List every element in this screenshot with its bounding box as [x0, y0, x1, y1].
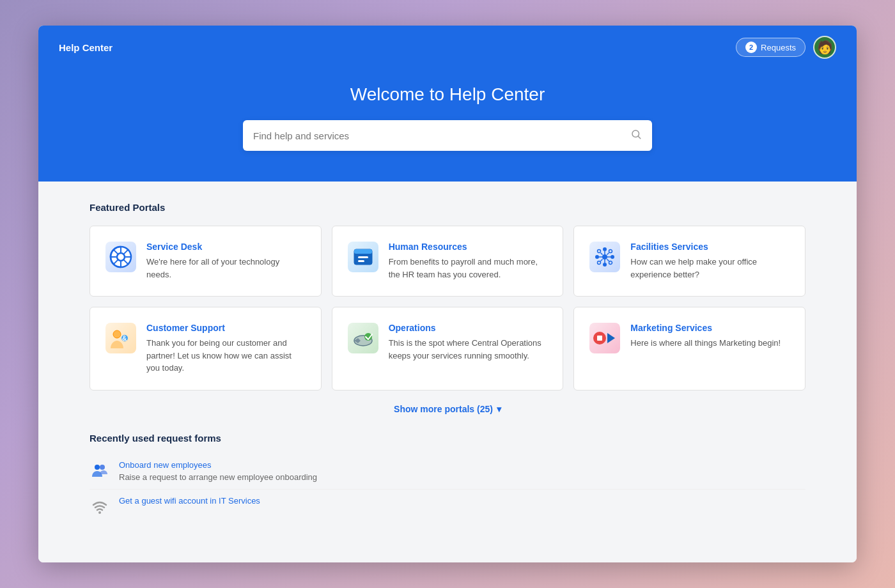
portals-grid: Service Desk We're here for all of your …: [90, 226, 805, 391]
svg-point-17: [603, 247, 607, 251]
svg-rect-15: [358, 260, 364, 262]
requests-button[interactable]: 2 Requests: [736, 38, 805, 57]
hero-content: Welcome to Help Center: [38, 69, 857, 182]
requests-count-badge: 2: [745, 42, 757, 53]
svg-point-16: [602, 254, 607, 259]
portal-card-service-desk[interactable]: Service Desk We're here for all of your …: [90, 226, 322, 297]
main-content: Featured Portals: [38, 182, 857, 562]
facilities-name: Facilities Services: [630, 242, 790, 252]
marketing-name: Marketing Services: [630, 323, 781, 333]
portal-card-human-resources[interactable]: Human Resources From benefits to payroll…: [332, 226, 564, 297]
show-more-chevron-icon: ▾: [497, 404, 501, 414]
svg-point-27: [598, 261, 601, 265]
app-window: Help Center 2 Requests 🧑 Welcome to Help…: [38, 26, 857, 562]
svg-point-20: [611, 255, 614, 259]
portals-section-title: Featured Portals: [90, 202, 805, 213]
service-desk-desc: We're here for all of your technology ne…: [146, 256, 306, 281]
marketing-desc: Here is where all things Marketing begin…: [630, 337, 781, 350]
search-input[interactable]: [253, 130, 630, 141]
avatar-icon: 🧑: [817, 41, 833, 54]
svg-point-18: [603, 263, 607, 267]
facilities-desc: How can we help make your office experie…: [630, 256, 790, 281]
operations-info: Operations This is the spot where Centra…: [389, 323, 548, 362]
svg-point-26: [609, 250, 612, 253]
svg-line-31: [601, 259, 603, 261]
onboard-desc: Raise a request to arrange new employee …: [119, 472, 317, 482]
svg-rect-13: [354, 249, 372, 254]
hr-info: Human Resources From benefits to payroll…: [389, 242, 548, 281]
facilities-icon: [589, 242, 620, 272]
hr-icon: [348, 242, 378, 272]
svg-line-30: [607, 253, 609, 255]
show-more-label: Show more portals (25): [394, 404, 493, 414]
operations-desc: This is the spot where Central Operation…: [389, 337, 548, 362]
svg-rect-42: [597, 336, 602, 341]
svg-point-0: [632, 130, 639, 137]
svg-rect-14: [358, 256, 368, 258]
marketing-icon: [589, 323, 620, 353]
svg-line-32: [607, 259, 609, 261]
svg-point-19: [595, 255, 599, 259]
wifi-icon: [90, 496, 110, 516]
service-desk-info: Service Desk We're here for all of your …: [146, 242, 306, 281]
svg-point-28: [609, 261, 612, 265]
portals-section: Featured Portals: [90, 202, 805, 415]
top-bar-actions: 2 Requests 🧑: [736, 36, 836, 59]
operations-name: Operations: [389, 323, 548, 333]
customer-support-info: Customer Support Thank you for being our…: [146, 323, 306, 375]
svg-text:&: &: [122, 335, 127, 342]
svg-point-43: [95, 465, 100, 470]
customer-support-icon: &: [105, 323, 136, 353]
avatar[interactable]: 🧑: [813, 36, 836, 59]
show-more-section: Show more portals (25) ▾: [90, 403, 805, 415]
svg-point-44: [100, 465, 105, 470]
requests-label: Requests: [761, 43, 796, 52]
onboard-info: Onboard new employees Raise a request to…: [119, 460, 317, 483]
recent-section: Recently used request forms Onboard new …: [90, 433, 805, 523]
svg-point-25: [598, 250, 601, 253]
facilities-info: Facilities Services How can we help make…: [630, 242, 790, 281]
app-title: Help Center: [59, 42, 113, 53]
onboard-link[interactable]: Onboard new employees: [119, 460, 317, 470]
hero-section: Help Center 2 Requests 🧑 Welcome to Help…: [38, 26, 857, 182]
portal-card-customer-support[interactable]: & Customer Support Thank you for being o…: [90, 307, 322, 391]
service-desk-name: Service Desk: [146, 242, 306, 252]
operations-icon: [348, 323, 378, 353]
hero-heading: Welcome to Help Center: [59, 84, 836, 105]
portal-card-facilities[interactable]: Facilities Services How can we help make…: [573, 226, 805, 297]
portal-card-marketing[interactable]: Marketing Services Here is where all thi…: [573, 307, 805, 391]
customer-support-desc: Thank you for being our customer and par…: [146, 337, 306, 375]
svg-point-45: [98, 511, 101, 514]
svg-line-29: [601, 253, 603, 255]
wifi-link[interactable]: Get a guest wifi account in IT Services: [119, 496, 260, 506]
top-bar: Help Center 2 Requests 🧑: [38, 26, 857, 69]
hr-desc: From benefits to payroll and much more, …: [389, 256, 548, 281]
onboard-icon: [90, 460, 110, 481]
recent-item-wifi: Get a guest wifi account in IT Services: [90, 490, 805, 523]
recent-item-onboard: Onboard new employees Raise a request to…: [90, 454, 805, 490]
svg-line-1: [638, 136, 640, 138]
marketing-info: Marketing Services Here is where all thi…: [630, 323, 781, 350]
portal-card-operations[interactable]: Operations This is the spot where Centra…: [332, 307, 564, 391]
svg-point-3: [117, 253, 125, 261]
customer-support-name: Customer Support: [146, 323, 306, 333]
search-bar: [243, 120, 652, 151]
hr-name: Human Resources: [389, 242, 548, 252]
show-more-button[interactable]: Show more portals (25) ▾: [394, 404, 501, 414]
service-desk-icon: [105, 242, 136, 272]
wifi-info: Get a guest wifi account in IT Services: [119, 496, 260, 507]
recent-section-title: Recently used request forms: [90, 433, 805, 444]
svg-marker-41: [607, 333, 615, 343]
search-icon[interactable]: [630, 128, 642, 143]
